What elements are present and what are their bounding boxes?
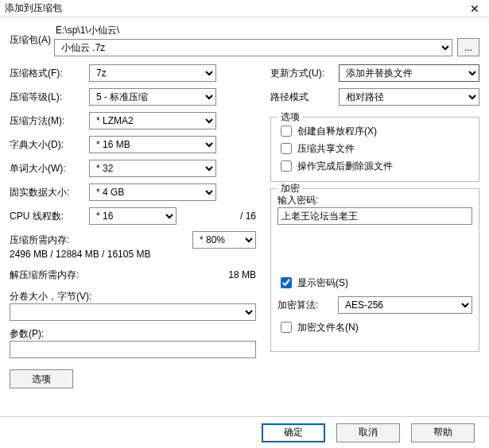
cpu-label: CPU 线程数: [10,210,84,223]
dict-label: 字典大小(D): [10,138,84,152]
show-password-label: 显示密码(S) [297,276,348,290]
update-label: 更新方式(U): [270,67,334,80]
archive-folder-path: E:\sp\1\小仙云\ [54,24,479,37]
shared-checkbox[interactable] [281,143,292,154]
format-select[interactable]: 7z [89,64,216,82]
archive-label: 压缩包(A) [10,33,54,47]
pathmode-select[interactable]: 相对路径 [339,88,479,106]
shared-checkbox-row[interactable]: 压缩共享文件 [277,140,472,157]
split-label: 分卷大小，字节(V): [10,290,256,303]
method-select[interactable]: * LZMA2 [89,112,216,129]
encrypt-group-title: 加密 [277,182,303,195]
method-label: 压缩方法(M): [10,114,84,128]
show-password-checkbox[interactable] [281,277,292,288]
mem-decomp-label: 解压缩所需内存: [10,268,223,282]
password-label: 输入密码: [277,194,472,207]
ok-button[interactable]: 确定 [262,423,325,442]
encrypt-names-checkbox[interactable] [281,322,292,333]
sfx-label: 创建自释放程序(X) [297,125,377,138]
show-password-row[interactable]: 显示密码(S) [277,274,472,292]
word-label: 单词大小(W): [10,162,84,176]
algo-label: 加密算法: [277,299,333,312]
dict-select[interactable]: * 16 MB [89,136,216,153]
mem-comp-select[interactable]: * 80% [192,231,256,249]
delete-checkbox[interactable] [281,160,292,172]
mem-comp-label: 压缩所需内存: [10,234,192,247]
level-select[interactable]: 5 - 标准压缩 [89,88,216,106]
algo-select[interactable]: AES-256 [338,296,472,314]
window-title: 添加到压缩包 [5,2,62,15]
update-select[interactable]: 添加并替换文件 [339,64,479,82]
cpu-select[interactable]: * 16 [89,207,177,225]
word-select[interactable]: * 32 [89,160,216,177]
params-label: 参数(P): [10,327,256,341]
browse-button[interactable]: ... [457,38,479,56]
options-button[interactable]: 选项 [10,369,73,388]
split-select[interactable] [10,303,256,321]
delete-checkbox-row[interactable]: 操作完成后删除源文件 [277,157,472,175]
pathmode-label: 路径模式 [270,91,334,104]
help-button[interactable]: 帮助 [411,423,475,442]
archive-filename-select[interactable]: 小仙云 .7z [54,39,452,56]
shared-label: 压缩共享文件 [297,142,355,156]
sfx-checkbox[interactable] [281,126,292,137]
params-input[interactable] [10,341,256,358]
cpu-total: / 16 [186,210,256,222]
level-label: 压缩等级(L): [10,91,84,104]
format-label: 压缩格式(F): [10,67,84,80]
password-input[interactable] [277,207,472,225]
encrypt-names-row[interactable]: 加密文件名(N) [277,319,472,336]
solid-label: 固实数据大小: [10,186,84,199]
close-icon[interactable]: ✕ [465,2,484,15]
options-group-title: 选项 [277,110,303,124]
sfx-checkbox-row[interactable]: 创建自释放程序(X) [277,122,472,140]
mem-comp-values: 2496 MB / 12884 MB / 16105 MB [10,249,256,260]
solid-select[interactable]: * 4 GB [89,183,216,201]
cancel-button[interactable]: 取消 [336,423,400,442]
mem-decomp-value: 18 MB [228,269,256,280]
encrypt-names-label: 加密文件名(N) [297,321,359,334]
delete-label: 操作完成后删除源文件 [297,160,393,173]
